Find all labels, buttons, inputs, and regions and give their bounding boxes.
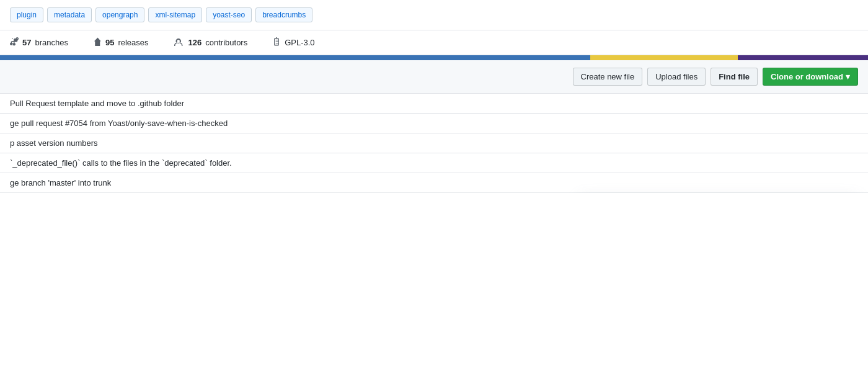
- clone-chevron-icon: ▾: [846, 72, 850, 81]
- file-row: Pull Request template and move to .githu…: [0, 94, 868, 114]
- clone-label: Clone or download: [771, 72, 843, 81]
- stats-bar: 57 branches 95 releases 126 contributors…: [0, 30, 868, 55]
- license-stat[interactable]: GPL-3.0: [272, 37, 314, 48]
- license-icon: [272, 37, 281, 48]
- lang-php: [0, 55, 590, 60]
- toolbar-row: Create new file Upload files Find file C…: [0, 60, 868, 94]
- tag-item[interactable]: yoast-seo: [206, 7, 252, 22]
- branches-label: branches: [35, 38, 68, 47]
- tag-icon: [93, 37, 102, 48]
- branches-count: 57: [22, 38, 31, 47]
- branches-icon: [10, 37, 19, 48]
- license-label: GPL-3.0: [285, 38, 314, 47]
- file-row: p asset version numbers: [0, 133, 868, 153]
- file-list: Pull Request template and move to .githu…: [0, 94, 868, 193]
- create-new-file-button[interactable]: Create new file: [573, 68, 643, 86]
- find-file-button[interactable]: Find file: [711, 68, 758, 86]
- contributors-count: 126: [188, 38, 202, 47]
- tag-item[interactable]: xml-sitemap: [148, 7, 202, 22]
- contributors-icon: [174, 37, 185, 48]
- tag-item[interactable]: breadcrumbs: [255, 7, 312, 22]
- lang-css: [738, 55, 868, 60]
- contributors-stat[interactable]: 126 contributors: [174, 37, 248, 48]
- language-bar: [0, 55, 868, 60]
- upload-files-button[interactable]: Upload files: [647, 68, 706, 86]
- tag-item[interactable]: metadata: [47, 7, 92, 22]
- releases-label: releases: [118, 38, 148, 47]
- file-row: `_deprecated_file()` calls to the files …: [0, 153, 868, 173]
- main-content: Pull Request template and move to .githu…: [0, 94, 868, 193]
- lang-js: [590, 55, 738, 60]
- contributors-label: contributors: [205, 38, 247, 47]
- tag-item[interactable]: opengraph: [95, 7, 144, 22]
- file-row: ge pull request #7054 from Yoast/only-sa…: [0, 114, 868, 133]
- branches-stat[interactable]: 57 branches: [10, 37, 68, 48]
- releases-count: 95: [105, 38, 114, 47]
- tags-row: pluginmetadataopengraphxml-sitemapyoast-…: [0, 0, 868, 30]
- file-row: ge branch 'master' into trunk: [0, 173, 868, 193]
- releases-stat[interactable]: 95 releases: [93, 37, 149, 48]
- clone-or-download-button[interactable]: Clone or download ▾: [763, 68, 858, 86]
- tag-item[interactable]: plugin: [10, 7, 43, 22]
